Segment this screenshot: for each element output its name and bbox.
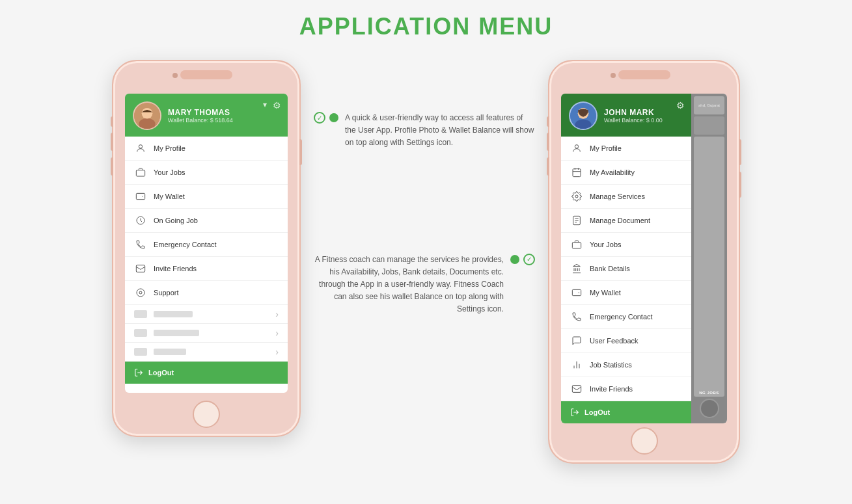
menu-label-2-manage-document: Manage Document <box>590 217 650 224</box>
phone-2-vol-dn <box>547 157 549 176</box>
middle-content: ✓ A quick & user-friendly way to access … <box>301 112 548 316</box>
menu-item-2-manage-services[interactable]: Manage Services <box>561 185 691 209</box>
menu-label-2-your-jobs: Your Jobs <box>590 241 622 248</box>
menu-label-invite-friends: Invite Friends <box>154 265 197 272</box>
phone-1-user-balance: Wallet Balance: $ 518.64 <box>168 117 280 124</box>
menu-label-emergency-contact: Emergency Contact <box>154 241 217 248</box>
document-icon <box>570 214 583 227</box>
menu-label-your-jobs: Your Jobs <box>154 168 186 176</box>
menu-item-2-job-statistics[interactable]: Job Statistics <box>561 353 691 377</box>
bank-icon <box>570 262 583 275</box>
phone-1-home-btn[interactable] <box>193 401 220 428</box>
svg-point-3 <box>142 108 152 118</box>
menu-label-2-my-profile: My Profile <box>590 144 622 152</box>
phone-1: MARY THOMAS Wallet Balance: $ 518.64 ⚙ ▾… <box>112 60 301 437</box>
menu-item-2-emergency-contact[interactable]: Emergency Contact <box>561 305 691 329</box>
clock-icon <box>134 214 147 227</box>
menu-label-2-bank-details: Bank Details <box>590 265 630 272</box>
feedback-icon <box>570 334 583 347</box>
phones-container: MARY THOMAS Wallet Balance: $ 518.64 ⚙ ▾… <box>0 60 852 464</box>
briefcase-icon-2 <box>570 238 583 251</box>
svg-rect-6 <box>136 193 144 199</box>
phone-1-chevron-icon: ▾ <box>263 100 267 109</box>
phone-1-logout[interactable]: LogOut <box>125 362 288 384</box>
menu-item-2-my-availability[interactable]: My Availability <box>561 161 691 185</box>
svg-point-2 <box>139 118 155 130</box>
phone-2-logout[interactable]: LogOut <box>561 401 691 423</box>
menu-item-emergency-contact[interactable]: Emergency Contact <box>125 233 288 257</box>
stats-icon <box>570 358 583 371</box>
menu-item-2-invite-friends[interactable]: Invite Friends <box>561 377 691 401</box>
menu-item-your-jobs[interactable]: Your Jobs <box>125 161 288 185</box>
phone-2-settings-icon[interactable]: ⚙ <box>676 100 685 111</box>
callout-1-connector: ✓ <box>314 112 338 124</box>
phone-1-mute <box>111 116 113 127</box>
phone-2-side-panel: ahd, Gujarat NG JOBS <box>691 94 727 423</box>
phone-1-settings-icon[interactable]: ⚙ <box>273 100 281 111</box>
svg-rect-26 <box>572 243 581 248</box>
phone-2-side-btn <box>739 139 741 165</box>
svg-rect-5 <box>136 170 144 176</box>
wallet-icon <box>134 190 147 203</box>
phone-2-logout-label: LogOut <box>584 408 610 416</box>
phone-1-logout-label: LogOut <box>148 369 174 377</box>
menu-label-2-invite-friends: Invite Friends <box>590 385 633 393</box>
menu-item-2-manage-document[interactable]: Manage Document <box>561 209 691 233</box>
menu-label-2-manage-services: Manage Services <box>590 192 645 200</box>
check-circle-2: ✓ <box>523 254 535 265</box>
menu-label-2-my-availability: My Availability <box>590 168 635 176</box>
svg-point-9 <box>137 289 144 297</box>
svg-point-16 <box>575 145 578 148</box>
phone-2-home-btn[interactable] <box>631 427 658 455</box>
logout-icon <box>134 368 143 377</box>
menu-label-2-user-feedback: User Feedback <box>590 337 639 345</box>
menu-item-support[interactable]: Support <box>125 281 288 305</box>
menu-label-support: Support <box>154 289 179 297</box>
phone-2: JOHN MARK Wallet Balance: $ 0.00 ⚙ My Pr <box>548 60 740 464</box>
callout-1-text: A quick & user-friendly way to access al… <box>345 112 535 150</box>
phone-2-camera <box>611 73 616 78</box>
phone-1-header-info: MARY THOMAS Wallet Balance: $ 518.64 <box>168 108 280 124</box>
phone-2-user-name: JOHN MARK <box>604 108 683 117</box>
menu-item-my-profile[interactable]: My Profile <box>125 137 288 161</box>
menu-item-invite-friends[interactable]: Invite Friends <box>125 257 288 281</box>
page-title: APPLICATION MENU <box>299 13 553 40</box>
phone-1-header: MARY THOMAS Wallet Balance: $ 518.64 ⚙ ▾ <box>125 94 288 137</box>
phone-icon <box>134 238 147 251</box>
callout-1: ✓ A quick & user-friendly way to access … <box>314 112 535 150</box>
phone-1-vol-up <box>111 133 113 151</box>
side-panel-card-1: ahd, Gujarat <box>694 96 724 114</box>
menu-item-on-going-job[interactable]: On Going Job <box>125 209 288 233</box>
menu-item-2-your-jobs[interactable]: Your Jobs <box>561 233 691 257</box>
phone-1-filler-row-1: › <box>125 305 288 324</box>
phone-2-avatar <box>569 101 598 130</box>
menu-item-2-bank-details[interactable]: Bank Details <box>561 257 691 281</box>
callout-2-text: A Fitness coach can manage the services … <box>314 254 504 316</box>
menu-label-on-going-job: On Going Job <box>154 217 198 224</box>
phone-1-side-btn <box>299 139 302 165</box>
svg-point-21 <box>575 195 578 198</box>
phone-2-menu-panel: JOHN MARK Wallet Balance: $ 0.00 ⚙ My Pr <box>561 94 691 423</box>
menu-label-2-emergency-contact: Emergency Contact <box>590 313 653 321</box>
phone-1-screen: MARY THOMAS Wallet Balance: $ 518.64 ⚙ ▾… <box>125 94 288 393</box>
side-panel-card-3: NG JOBS <box>694 137 724 397</box>
mail-icon-2 <box>570 382 583 395</box>
phone-1-user-name: MARY THOMAS <box>168 108 280 117</box>
phone-1-filler-row-3: › <box>125 343 288 362</box>
menu-item-2-my-profile[interactable]: My Profile <box>561 137 691 161</box>
menu-item-my-wallet[interactable]: My Wallet <box>125 185 288 209</box>
support-icon <box>134 286 147 299</box>
svg-rect-37 <box>572 386 581 393</box>
menu-label-my-wallet: My Wallet <box>154 192 185 200</box>
menu-item-2-user-feedback[interactable]: User Feedback <box>561 329 691 353</box>
menu-label-my-profile: My Profile <box>154 144 186 152</box>
phone-1-filler-row-2: › <box>125 324 288 343</box>
user-icon-2 <box>570 142 583 155</box>
menu-item-2-my-wallet[interactable]: My Wallet <box>561 281 691 305</box>
briefcase-icon <box>134 166 147 179</box>
phone-2-header-info: JOHN MARK Wallet Balance: $ 0.00 <box>604 108 683 124</box>
svg-rect-17 <box>573 169 581 177</box>
phone-1-notch <box>180 70 232 79</box>
phone-icon-2 <box>570 310 583 323</box>
phone-2-side-btn2 <box>739 172 741 198</box>
